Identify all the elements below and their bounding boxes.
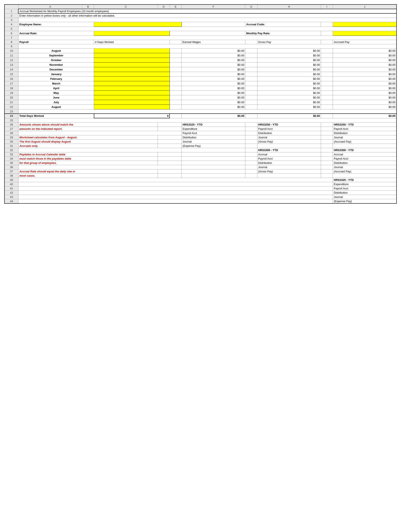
gross-pay-apr: $0.00 — [257, 86, 321, 91]
hrs3250-line2-j: Distribution — [333, 131, 396, 135]
gross-pay-aug-first: $0.00 — [257, 49, 321, 53]
gross-pay-jan: $0.00 — [257, 72, 321, 77]
row-30: 30 The first August should display Augus… — [5, 139, 396, 144]
row-num-1: 1 — [5, 9, 18, 13]
hrs3325b-line2-j: Payroll Acct — [333, 186, 396, 190]
row-41: 41 Payroll Acct — [5, 186, 396, 190]
month-june: June — [18, 95, 94, 100]
row-num-9: 9 — [5, 44, 18, 49]
row-num-5: 5 — [5, 27, 18, 31]
days-november-input[interactable] — [94, 63, 169, 67]
days-august-second-input[interactable] — [94, 105, 169, 109]
payroll-header: Payroll — [18, 40, 94, 44]
accrued-pay-nov: $0.00 — [333, 63, 396, 67]
row-32: 32 HRS3300 - YTD HRS3300 - YTD — [5, 148, 396, 152]
hrs3300-line4-h: Journal — [257, 165, 321, 169]
earned-wages-aug-second: $0.00 — [182, 105, 245, 109]
days-february-input[interactable] — [94, 77, 169, 81]
total-earned-wages: $0.00 — [182, 114, 245, 118]
hrs3300-line2-h: Payroll Acct — [257, 156, 321, 161]
row-43: 43 Journal — [5, 195, 396, 199]
gross-pay-header: Gross Pay — [257, 40, 321, 44]
hrs3325-header-f: HRS3325 - YTD — [182, 122, 245, 127]
accrual-rate-input[interactable] — [94, 31, 169, 36]
row-6: 6 Accrual Rate: Monthly Pay Rate: — [5, 31, 396, 36]
col-header-c: C — [94, 5, 158, 9]
row-17: 17 March $0.00 $0.00 $0.00 — [5, 81, 396, 86]
month-august-first: August — [18, 49, 94, 53]
month-november: November — [18, 63, 94, 67]
total-days-label: Total Days Worked — [18, 114, 94, 118]
row-num-7: 7 — [5, 36, 18, 40]
earned-wages-sep: $0.00 — [182, 53, 245, 58]
hrs3325b-line4-j: Journal — [333, 195, 396, 199]
days-june-input[interactable] — [94, 95, 169, 100]
total-gross-pay: $0.00 — [257, 114, 321, 118]
monthly-pay-rate-input[interactable] — [333, 31, 396, 36]
hrs3325-line2-f: Payroll Acct — [182, 131, 245, 135]
note-27: amounts on the indicated report. — [18, 127, 158, 131]
employee-name-input[interactable] — [94, 22, 182, 27]
days-september-input[interactable] — [94, 53, 169, 58]
row-40: 40 Expenditure — [5, 182, 396, 186]
row-num-44: 44 — [5, 199, 18, 203]
hrs3250-line2-h: Distribution — [257, 131, 321, 135]
days-december-input[interactable] — [94, 67, 169, 72]
row-num-22: 22 — [5, 105, 18, 109]
hrs3300-line2-j: Payroll Acct — [333, 156, 396, 161]
month-may: May — [18, 91, 94, 95]
row-num-41: 41 — [5, 186, 18, 190]
row-num-2: 2 — [5, 13, 18, 18]
hrs3325-line1-f: Expenditure — [182, 127, 245, 131]
row-35: 35 for that group of employees. Distribu… — [5, 161, 396, 165]
hrs3300-line1-j: Accrual — [333, 152, 396, 156]
note-34: must match those in the paydates table — [18, 156, 158, 161]
row-num-10: 10 — [5, 49, 18, 53]
hrs3250-header-j: HRS3250 - YTD — [333, 122, 396, 127]
row-num-21: 21 — [5, 100, 18, 105]
days-january-input[interactable] — [94, 72, 169, 77]
row-num-20: 20 — [5, 95, 18, 100]
row-5: 5 — [5, 27, 396, 31]
gross-pay-dec: $0.00 — [257, 67, 321, 72]
hrs3325b-line3-j: Distribution — [333, 190, 396, 195]
col-header-i: I — [321, 5, 333, 9]
row-num-25: 25 — [5, 118, 18, 122]
hrs3325b-line5-j: (Expense Pay) — [333, 199, 396, 203]
gross-pay-jul: $0.00 — [257, 100, 321, 105]
hrs3300-line5-h: (Gross Pay) — [257, 169, 321, 173]
earned-wages-may: $0.00 — [182, 91, 245, 95]
row-num-23: 23 — [5, 109, 18, 114]
accrued-pay-aug-second: $0.00 — [333, 105, 396, 109]
row-num-3: 3 — [5, 18, 18, 22]
hrs3250-line4-h: (Gross Pay) — [257, 139, 321, 144]
row-31: 31 Accruals only. (Expense Pay) — [5, 144, 396, 148]
days-april-input[interactable] — [94, 86, 169, 91]
days-august-first-input[interactable] — [94, 49, 169, 53]
spreadsheet: A B C D E F G H I J 1 Accrual Worksheet … — [4, 4, 397, 204]
row-num-4: 4 — [5, 22, 18, 27]
hrs3250-header-h: HRS3250 - YTD — [257, 122, 321, 127]
row-num-17: 17 — [5, 81, 18, 86]
hrs3250-line4-j: (Accrued Pay) — [333, 139, 396, 144]
days-march-input[interactable] — [94, 81, 169, 86]
days-may-input[interactable] — [94, 91, 169, 95]
hrs3300-line3-j: Distribution — [333, 161, 396, 165]
row-num-31: 31 — [5, 144, 18, 148]
days-july-input[interactable] — [94, 100, 169, 105]
col-header-b: B — [82, 5, 94, 9]
row-26: 26 Amounts shown above should match the … — [5, 122, 396, 127]
hrs3250-line3-j: Journal — [333, 135, 396, 139]
month-february: February — [18, 77, 94, 81]
row-num-38: 38 — [5, 173, 18, 178]
hrs3325-line5-f: (Expense Pay) — [182, 144, 245, 148]
corner-cell — [5, 5, 18, 9]
accrual-code-input[interactable] — [333, 22, 396, 27]
earned-wages-apr: $0.00 — [182, 86, 245, 91]
days-october-input[interactable] — [94, 58, 169, 63]
employee-name-label: Employee Name: — [18, 22, 94, 27]
row-num-28: 28 — [5, 131, 18, 135]
col-header-h: H — [257, 5, 321, 9]
row-10: 10 August $0.00 $0.00 $0.00 — [5, 49, 396, 53]
accrual-rate-label: Accrual Rate: — [18, 31, 94, 36]
